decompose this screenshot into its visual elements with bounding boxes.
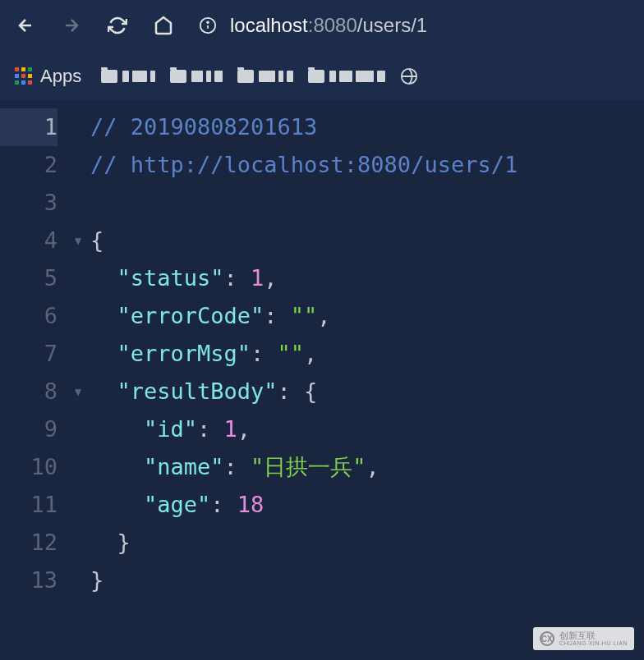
watermark-brand: 创新互联 [559,630,628,640]
reload-button[interactable] [107,15,128,36]
json-key: "errorCode" [117,297,264,335]
bookmarks-bar: Apps [0,51,644,102]
line-number[interactable]: 12 [0,524,58,561]
line-number[interactable]: 6 [0,297,58,335]
line-number[interactable]: 3 [0,184,58,222]
line-number[interactable]: 4 [0,222,58,259]
folder-icon [101,70,117,83]
json-value: 1 [251,259,264,297]
json-key: "errorMsg" [117,335,251,373]
bookmark-folder[interactable] [170,67,223,85]
back-button[interactable] [15,15,36,36]
watermark: CX 创新互联 CHUANG-XIN-HU LIAN [533,627,634,650]
code-viewer: 1 2 3 4 5 6 7 8 9 10 11 12 13 ▼ ▼ // 201… [0,102,644,660]
browser-toolbar: localhost:8080/users/1 [0,0,644,51]
line-number[interactable]: 11 [0,486,58,524]
nav-controls [15,15,174,36]
line-number[interactable]: 9 [0,410,58,448]
folder-icon [237,70,254,83]
info-icon[interactable] [197,15,218,36]
folder-icon [170,70,186,83]
json-value: 1 [224,410,237,448]
json-value: 18 [237,486,264,524]
code-content[interactable]: // 20190808201613 // http://localhost:80… [90,108,644,660]
line-number[interactable]: 10 [0,448,58,486]
comment: // 20190808201613 [90,108,317,146]
line-gutter: 1 2 3 4 5 6 7 8 9 10 11 12 13 [0,108,66,660]
line-number[interactable]: 8 [0,373,58,410]
line-number[interactable]: 13 [0,561,58,599]
fold-gutter: ▼ ▼ [66,108,90,660]
json-value: "日拱一兵" [251,448,366,486]
bookmark-folder[interactable] [237,67,293,85]
watermark-url: CHUANG-XIN-HU LIAN [559,640,628,647]
watermark-icon: CX [540,631,554,646]
line-number[interactable]: 5 [0,259,58,297]
bookmark-folder[interactable] [101,67,155,85]
svg-point-2 [207,21,209,23]
address-bar[interactable]: localhost:8080/users/1 [197,14,629,37]
apps-icon [15,67,32,85]
bookmark-folder[interactable] [308,67,385,85]
folder-icon [308,70,324,83]
json-key: "id" [144,410,197,448]
line-number[interactable]: 2 [0,146,58,184]
apps-label: Apps [40,66,81,87]
json-key: "name" [144,448,224,486]
comment: // http://localhost:8080/users/1 [90,146,518,184]
fold-toggle[interactable]: ▼ [66,222,90,259]
brace: { [90,222,104,259]
line-number[interactable]: 7 [0,335,58,373]
line-number[interactable]: 1 [0,108,58,146]
home-button[interactable] [153,15,174,36]
apps-button[interactable]: Apps [15,66,81,87]
brace: } [90,561,104,599]
json-key: "age" [144,486,210,524]
json-value: "" [278,335,305,373]
url-text: localhost:8080/users/1 [230,14,427,37]
json-key: "resultBody" [117,373,278,410]
fold-toggle[interactable]: ▼ [66,373,90,410]
bookmark-items [101,67,629,85]
bookmark-folder[interactable] [400,67,418,85]
json-value: "" [291,297,318,335]
forward-button[interactable] [61,15,82,36]
json-key: "status" [117,259,224,297]
